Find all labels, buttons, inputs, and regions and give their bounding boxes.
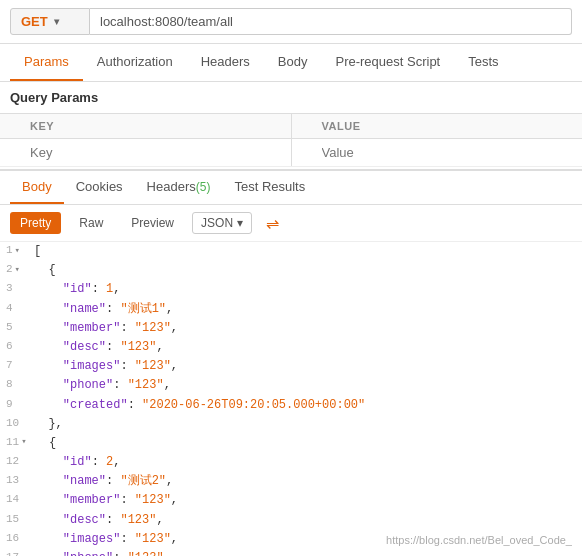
line-num-5: 5 <box>6 319 13 337</box>
json-line-4: 4 "name": "测试1", <box>0 300 582 319</box>
format-bar: Pretty Raw Preview JSON ▾ ⇌ <box>0 205 582 242</box>
json-line-7: 7 "images": "123", <box>0 357 582 376</box>
toggle-1[interactable]: ▾ <box>15 244 20 258</box>
raw-button[interactable]: Raw <box>69 212 113 234</box>
json-line-12: 12 "id": 2, <box>0 453 582 472</box>
line-num-11: 11 <box>6 434 19 452</box>
wrap-icon[interactable]: ⇌ <box>260 211 284 235</box>
json-line-3: 3 "id": 1, <box>0 280 582 299</box>
tab-params[interactable]: Params <box>10 44 83 81</box>
url-bar: GET ▾ <box>0 0 582 44</box>
line-num-9: 9 <box>6 396 13 414</box>
line-content-2: { <box>34 261 576 280</box>
value-input[interactable] <box>322 145 573 160</box>
query-params-label: Query Params <box>0 82 582 113</box>
json-area: 1▾ [ 2▾ { 3 "id": 1, 4 "name": "测试1", 5 … <box>0 242 582 556</box>
resp-tab-test-results[interactable]: Test Results <box>222 171 317 204</box>
json-line-5: 5 "member": "123", <box>0 319 582 338</box>
url-input[interactable] <box>90 8 572 35</box>
line-num-12: 12 <box>6 453 19 471</box>
line-num-8: 8 <box>6 376 13 394</box>
json-line-13: 13 "name": "测试2", <box>0 472 582 491</box>
pretty-button[interactable]: Pretty <box>10 212 61 234</box>
key-column-header: KEY <box>0 114 291 139</box>
json-line-2: 2▾ { <box>0 261 582 280</box>
method-label: GET <box>21 14 48 29</box>
line-num-3: 3 <box>6 280 13 298</box>
resp-tab-cookies[interactable]: Cookies <box>64 171 135 204</box>
json-line-9: 9 "created": "2020-06-26T09:20:05.000+00… <box>0 396 582 415</box>
line-num-4: 4 <box>6 300 13 318</box>
json-format-select[interactable]: JSON ▾ <box>192 212 252 234</box>
line-num-7: 7 <box>6 357 13 375</box>
line-num-6: 6 <box>6 338 13 356</box>
line-num-14: 14 <box>6 491 19 509</box>
toggle-11[interactable]: ▾ <box>21 435 26 449</box>
tab-headers[interactable]: Headers <box>187 44 264 81</box>
line-num-10: 10 <box>6 415 19 433</box>
tab-tests[interactable]: Tests <box>454 44 512 81</box>
key-input[interactable] <box>30 145 281 160</box>
json-line-17: 17 "phone": "123", <box>0 549 582 556</box>
json-line-6: 6 "desc": "123", <box>0 338 582 357</box>
json-line-15: 15 "desc": "123", <box>0 511 582 530</box>
json-line-10: 10 }, <box>0 415 582 434</box>
line-num-2: 2 <box>6 261 13 279</box>
method-chevron: ▾ <box>54 16 59 27</box>
toggle-2[interactable]: ▾ <box>15 263 20 277</box>
watermark: https://blog.csdn.net/Bel_oved_Code_ <box>386 534 572 546</box>
json-line-11: 11▾ { <box>0 434 582 453</box>
json-label: JSON <box>201 216 233 230</box>
params-table: KEY VALUE <box>0 113 582 167</box>
json-line-1: 1▾ [ <box>0 242 582 261</box>
request-tabs: Params Authorization Headers Body Pre-re… <box>0 44 582 82</box>
json-line-14: 14 "member": "123", <box>0 491 582 510</box>
resp-tab-body[interactable]: Body <box>10 171 64 204</box>
line-num-1: 1 <box>6 242 13 260</box>
resp-tab-headers[interactable]: Headers(5) <box>135 171 223 204</box>
tab-prerequest[interactable]: Pre-request Script <box>321 44 454 81</box>
line-num-15: 15 <box>6 511 19 529</box>
json-chevron: ▾ <box>237 216 243 230</box>
response-tabs: Body Cookies Headers(5) Test Results <box>0 169 582 205</box>
value-column-header: VALUE <box>291 114 582 139</box>
method-select[interactable]: GET ▾ <box>10 8 90 35</box>
line-content-1: [ <box>34 242 576 261</box>
preview-button[interactable]: Preview <box>121 212 184 234</box>
headers-badge: (5) <box>196 180 211 194</box>
tab-authorization[interactable]: Authorization <box>83 44 187 81</box>
tab-body[interactable]: Body <box>264 44 322 81</box>
line-num-16: 16 <box>6 530 19 548</box>
json-line-8: 8 "phone": "123", <box>0 376 582 395</box>
params-row <box>0 139 582 167</box>
line-num-13: 13 <box>6 472 19 490</box>
line-num-17: 17 <box>6 549 19 556</box>
